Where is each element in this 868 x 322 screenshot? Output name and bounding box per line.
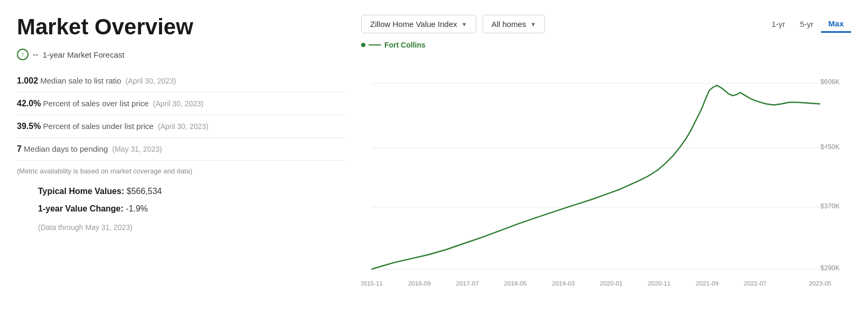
metric-value-2: 42.0%	[17, 99, 41, 108]
svg-text:2021-09: 2021-09	[696, 280, 719, 287]
legend-row: Fort Collins	[361, 41, 851, 49]
metric-note: (Metric availability is based on market …	[17, 167, 344, 175]
metric-value-4: 7	[17, 144, 22, 153]
metric-row-2: 42.0% Percent of sales over list price (…	[17, 93, 344, 115]
svg-text:2016-09: 2016-09	[408, 280, 431, 287]
index-dropdown-label: Zillow Home Value Index	[370, 20, 457, 29]
value-change: -1.9%	[126, 204, 148, 213]
metric-date-1: (April 30, 2023)	[126, 77, 176, 85]
svg-text:2020-11: 2020-11	[648, 280, 671, 287]
metric-label-3: Percent of sales under list price	[43, 122, 154, 131]
right-panel: Zillow Home Value Index ▼ All homes ▼ 1-…	[361, 15, 851, 311]
time-btn-5yr[interactable]: 5-yr	[792, 16, 821, 32]
legend-dot	[361, 43, 365, 47]
svg-text:$370K: $370K	[820, 203, 840, 210]
chart-svg: $606K $450K $370K $290K 2015-11 2016-09 …	[361, 53, 851, 311]
svg-text:2023-05: 2023-05	[809, 280, 832, 287]
time-btn-1yr[interactable]: 1-yr	[764, 16, 792, 32]
homes-dropdown-chevron: ▼	[531, 21, 536, 27]
chart-line	[372, 85, 820, 269]
typical-home-value-label: Typical Home Values:	[38, 187, 124, 196]
value-change-label: 1-year Value Change:	[38, 204, 124, 213]
legend-label: Fort Collins	[384, 41, 426, 49]
svg-text:2015-11: 2015-11	[361, 280, 383, 287]
left-panel: Market Overview ↑ -- 1-year Market Forec…	[17, 15, 344, 311]
svg-text:$606K: $606K	[820, 78, 840, 86]
svg-text:2018-05: 2018-05	[504, 280, 527, 287]
homes-dropdown-label: All homes	[492, 20, 526, 29]
svg-text:2022-07: 2022-07	[744, 280, 767, 287]
svg-text:2019-03: 2019-03	[552, 280, 574, 287]
metric-row-4: 7 Median days to pending (May 31, 2023)	[17, 138, 344, 161]
data-through: (Data through May 31, 2023)	[38, 223, 344, 232]
metric-date-2: (April 30, 2023)	[153, 99, 204, 108]
legend-line	[369, 44, 381, 45]
value-change-row: 1-year Value Change: -1.9%	[38, 203, 344, 215]
metric-row-3: 39.5% Percent of sales under list price …	[17, 115, 344, 138]
page-title: Market Overview	[17, 15, 344, 39]
metric-date-3: (April 30, 2023)	[158, 122, 209, 131]
forecast-icon: ↑	[17, 49, 29, 60]
svg-text:$290K: $290K	[820, 264, 840, 272]
time-range-group: 1-yr 5-yr Max	[764, 16, 851, 33]
metric-value-3: 39.5%	[17, 122, 41, 131]
svg-text:$450K: $450K	[820, 143, 840, 151]
svg-text:2020-01: 2020-01	[600, 280, 622, 287]
metric-value-1: 1.002	[17, 76, 38, 85]
metric-row-1: 1.002 Median sale to list ratio (April 3…	[17, 70, 344, 93]
svg-text:2017-07: 2017-07	[456, 280, 479, 287]
metric-label-1: Median sale to list ratio	[40, 76, 121, 85]
chart-controls: Zillow Home Value Index ▼ All homes ▼ 1-…	[361, 15, 851, 33]
chart-area: $606K $450K $370K $290K 2015-11 2016-09 …	[361, 53, 851, 311]
forecast-dashes: --	[33, 50, 39, 59]
index-dropdown-chevron: ▼	[461, 21, 467, 27]
typical-home-value-row: Typical Home Values: $566,534	[38, 186, 344, 197]
forecast-row: ↑ -- 1-year Market Forecast	[17, 49, 344, 60]
index-dropdown[interactable]: Zillow Home Value Index ▼	[361, 15, 476, 33]
time-btn-max[interactable]: Max	[821, 16, 851, 33]
metric-date-4: (May 31, 2023)	[112, 145, 162, 153]
metric-label-4: Median days to pending	[24, 144, 108, 153]
metric-label-2: Percent of sales over list price	[43, 99, 149, 108]
typical-home-value: $566,534	[127, 187, 162, 196]
home-values-section: Typical Home Values: $566,534 1-year Val…	[17, 186, 344, 232]
forecast-label: 1-year Market Forecast	[43, 50, 125, 59]
homes-dropdown[interactable]: All homes ▼	[483, 15, 545, 33]
